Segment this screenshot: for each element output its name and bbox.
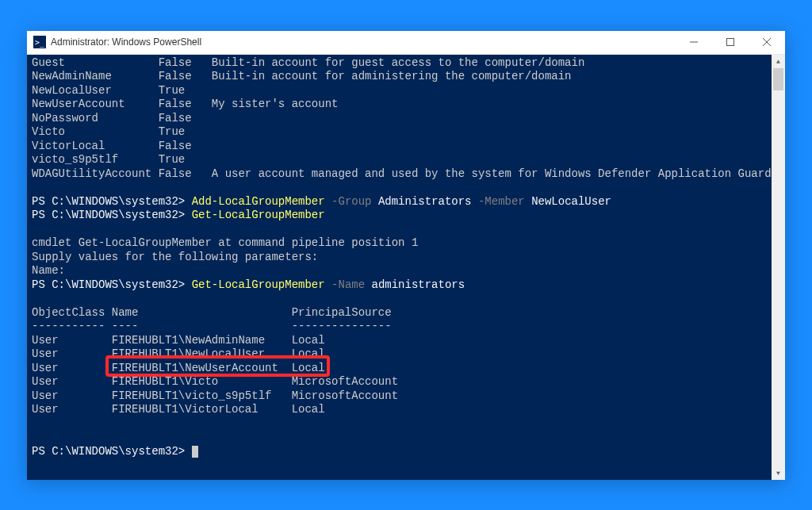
cursor xyxy=(192,446,198,458)
scroll-up-button[interactable]: ▲ xyxy=(772,55,785,68)
titlebar[interactable]: >_ Administrator: Windows PowerShell xyxy=(27,31,785,55)
prompt-line[interactable]: PS C:\WINDOWS\system32> xyxy=(32,445,767,459)
prompt-line: PS C:\WINDOWS\system32> Get-LocalGroupMe… xyxy=(32,209,767,223)
scroll-thumb[interactable] xyxy=(773,68,783,90)
app-icon: >_ xyxy=(33,36,46,48)
console-area: Guest False Built-in account for guest a… xyxy=(27,55,785,480)
maximize-button[interactable] xyxy=(712,30,749,54)
table-header: ObjectClass Name PrincipalSource xyxy=(32,306,767,320)
account-row: VictorLocal False xyxy=(32,140,767,154)
table-row: User FIREHUBLT1\victo_s9p5tlf MicrosoftA… xyxy=(32,389,767,404)
scroll-down-button[interactable]: ▼ xyxy=(772,466,785,480)
account-row: Victo True xyxy=(32,125,767,140)
account-row: NewUserAccount False My sister's account xyxy=(32,98,767,112)
account-row: NewLocalUser True xyxy=(32,84,767,98)
account-row: victo_s9p5tlf True xyxy=(32,153,767,167)
window-title: Administrator: Windows PowerShell xyxy=(51,36,201,48)
table-row: User FIREHUBLT1\VictorLocal Local xyxy=(32,403,767,417)
account-row: NewAdminName False Built-in account for … xyxy=(32,70,767,84)
svg-rect-0 xyxy=(727,39,734,46)
prompt-line: PS C:\WINDOWS\system32> Get-LocalGroupMe… xyxy=(32,278,767,293)
table-row: User FIREHUBLT1\Victo MicrosoftAccount xyxy=(32,375,767,389)
vertical-scrollbar[interactable]: ▲ ▼ xyxy=(772,55,785,480)
account-row: NoPassword False xyxy=(32,112,767,126)
close-button[interactable] xyxy=(749,30,785,54)
account-row: WDAGUtilityAccount False A user account … xyxy=(32,167,767,182)
minimize-button[interactable] xyxy=(676,30,712,54)
table-row: User FIREHUBLT1\NewUserAccount Local xyxy=(32,362,767,376)
table-row: User FIREHUBLT1\NewLocalUser Local xyxy=(32,347,767,362)
table-row: User FIREHUBLT1\NewAdminName Local xyxy=(32,334,767,348)
scroll-track[interactable] xyxy=(772,68,785,466)
powershell-window: >_ Administrator: Windows PowerShell Gue… xyxy=(27,31,785,480)
prompt-line: PS C:\WINDOWS\system32> Add-LocalGroupMe… xyxy=(32,195,767,209)
console-output[interactable]: Guest False Built-in account for guest a… xyxy=(27,55,772,480)
account-row: Guest False Built-in account for guest a… xyxy=(32,56,767,71)
